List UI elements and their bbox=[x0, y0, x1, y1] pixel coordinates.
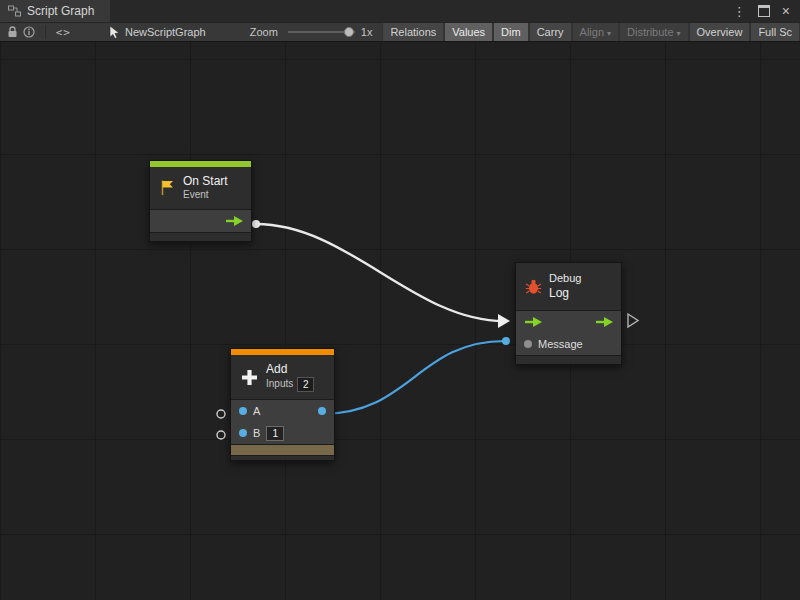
node-header: Add Inputs 2 bbox=[231, 355, 334, 399]
node-footer bbox=[231, 455, 334, 460]
fullscreen-button[interactable]: Full Sc bbox=[750, 23, 800, 41]
wire-add-to-message[interactable] bbox=[322, 341, 505, 414]
inputs-count-field[interactable]: 2 bbox=[297, 377, 314, 392]
port-a-default-circle[interactable] bbox=[217, 410, 225, 418]
node-subtitle: Inputs bbox=[266, 378, 293, 391]
node-subtitle: Log bbox=[549, 286, 581, 301]
carry-button[interactable]: Carry bbox=[529, 23, 572, 41]
node-title: Debug bbox=[549, 272, 581, 286]
port-label-message: Message bbox=[538, 338, 583, 350]
node-subtitle: Event bbox=[183, 189, 228, 202]
chevron-down-icon: ▾ bbox=[677, 29, 681, 38]
dim-button[interactable]: Dim bbox=[493, 23, 529, 41]
zoom-slider-handle[interactable] bbox=[344, 27, 354, 37]
connection-layer bbox=[0, 42, 800, 600]
node-header: Debug Log bbox=[516, 263, 621, 310]
maximize-icon[interactable] bbox=[758, 5, 770, 17]
zoom-label: Zoom bbox=[250, 26, 278, 38]
code-icon[interactable]: <> bbox=[56, 26, 71, 39]
tab-label: Script Graph bbox=[27, 4, 94, 18]
graph-name-label: NewScriptGraph bbox=[125, 26, 206, 38]
chevron-down-icon: ▾ bbox=[607, 29, 611, 38]
node-footer-bar bbox=[231, 444, 334, 455]
cursor-icon bbox=[109, 26, 120, 39]
node-title: On Start bbox=[183, 174, 228, 189]
overview-button[interactable]: Overview bbox=[689, 23, 751, 41]
wire-start-dot[interactable] bbox=[252, 220, 260, 228]
wire-arrowhead bbox=[498, 314, 510, 328]
port-label-b: B bbox=[253, 427, 260, 439]
close-icon[interactable]: × bbox=[782, 4, 790, 18]
node-debug-log[interactable]: Debug Log Message bbox=[515, 262, 622, 365]
toolbar-separator bbox=[45, 25, 46, 39]
wire-onstart-to-log[interactable] bbox=[256, 224, 504, 321]
port-b-default-circle[interactable] bbox=[217, 431, 225, 439]
align-button[interactable]: Align▾ bbox=[572, 23, 619, 41]
node-add[interactable]: Add Inputs 2 A B 1 bbox=[230, 348, 335, 461]
values-button[interactable]: Values bbox=[444, 23, 493, 41]
lock-icon[interactable] bbox=[6, 24, 18, 40]
window-title-bar: Script Graph ⋮ × bbox=[0, 0, 800, 22]
trigger-output-port[interactable] bbox=[595, 317, 613, 327]
graph-canvas[interactable]: On Start Event Debug Lo bbox=[0, 42, 800, 600]
node-header: On Start Event bbox=[150, 167, 251, 209]
continuation-arrow-icon[interactable] bbox=[628, 314, 638, 327]
window-menu-icon[interactable]: ⋮ bbox=[733, 5, 746, 18]
toolbar-buttons: Relations Values Dim Carry Align▾ Distri… bbox=[382, 23, 800, 41]
flag-icon bbox=[159, 179, 176, 196]
distribute-button[interactable]: Distribute▾ bbox=[619, 23, 688, 41]
info-icon[interactable] bbox=[22, 24, 34, 40]
trigger-input-port[interactable] bbox=[524, 317, 542, 327]
port-b-input[interactable] bbox=[239, 429, 247, 437]
graph-name[interactable]: NewScriptGraph bbox=[109, 26, 206, 39]
node-title: Add bbox=[266, 362, 314, 377]
window-controls: ⋮ × bbox=[733, 0, 800, 22]
plus-icon bbox=[240, 368, 259, 387]
port-b-value-field[interactable]: 1 bbox=[266, 426, 284, 441]
graph-toolbar: <> NewScriptGraph Zoom 1x Relations Valu… bbox=[0, 22, 800, 42]
sum-output-port[interactable] bbox=[318, 407, 326, 415]
script-graph-icon bbox=[8, 5, 21, 17]
port-a-input[interactable] bbox=[239, 407, 247, 415]
message-input-port[interactable] bbox=[524, 340, 532, 348]
node-footer bbox=[516, 355, 621, 364]
node-footer bbox=[150, 232, 251, 241]
wire-blue-end-dot[interactable] bbox=[502, 337, 510, 345]
node-on-start[interactable]: On Start Event bbox=[149, 160, 252, 242]
port-label-a: A bbox=[253, 405, 260, 417]
trigger-output-port[interactable] bbox=[225, 216, 243, 226]
relations-button[interactable]: Relations bbox=[382, 23, 444, 41]
zoom-value: 1x bbox=[361, 26, 373, 38]
zoom-slider[interactable] bbox=[288, 31, 355, 33]
tab-script-graph[interactable]: Script Graph bbox=[0, 0, 110, 22]
bug-icon bbox=[525, 278, 542, 295]
